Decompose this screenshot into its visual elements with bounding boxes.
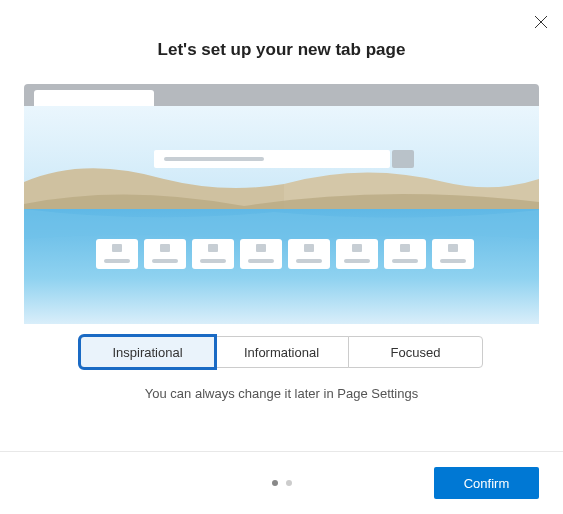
- svg-rect-11: [192, 239, 234, 269]
- preview-illustration: [24, 84, 539, 324]
- svg-rect-31: [392, 259, 418, 263]
- svg-rect-16: [432, 239, 474, 269]
- step-dot-2: [286, 480, 292, 486]
- svg-rect-17: [112, 244, 122, 252]
- svg-rect-25: [104, 259, 130, 263]
- svg-rect-23: [400, 244, 410, 252]
- svg-rect-19: [208, 244, 218, 252]
- close-button[interactable]: [533, 14, 549, 30]
- option-inspirational[interactable]: Inspirational: [80, 336, 215, 368]
- layout-preview: [24, 84, 539, 324]
- svg-rect-9: [96, 239, 138, 269]
- svg-rect-29: [296, 259, 322, 263]
- svg-rect-30: [344, 259, 370, 263]
- layout-options: Inspirational Informational Focused: [24, 336, 539, 368]
- step-indicator: [272, 480, 292, 486]
- close-icon: [533, 14, 549, 30]
- svg-rect-27: [200, 259, 226, 263]
- svg-rect-13: [288, 239, 330, 269]
- svg-rect-7: [164, 157, 264, 161]
- svg-rect-22: [352, 244, 362, 252]
- svg-rect-24: [448, 244, 458, 252]
- svg-rect-21: [304, 244, 314, 252]
- option-informational[interactable]: Informational: [214, 336, 349, 368]
- svg-rect-26: [152, 259, 178, 263]
- helper-text: You can always change it later in Page S…: [0, 386, 563, 401]
- step-dot-1: [272, 480, 278, 486]
- svg-rect-20: [256, 244, 266, 252]
- svg-rect-15: [384, 239, 426, 269]
- svg-rect-28: [248, 259, 274, 263]
- svg-rect-10: [144, 239, 186, 269]
- svg-rect-18: [160, 244, 170, 252]
- svg-rect-8: [392, 150, 414, 168]
- svg-rect-32: [440, 259, 466, 263]
- svg-rect-14: [336, 239, 378, 269]
- page-title: Let's set up your new tab page: [0, 40, 563, 60]
- confirm-button[interactable]: Confirm: [434, 467, 539, 499]
- svg-rect-12: [240, 239, 282, 269]
- footer: Confirm: [0, 451, 563, 514]
- option-focused[interactable]: Focused: [348, 336, 483, 368]
